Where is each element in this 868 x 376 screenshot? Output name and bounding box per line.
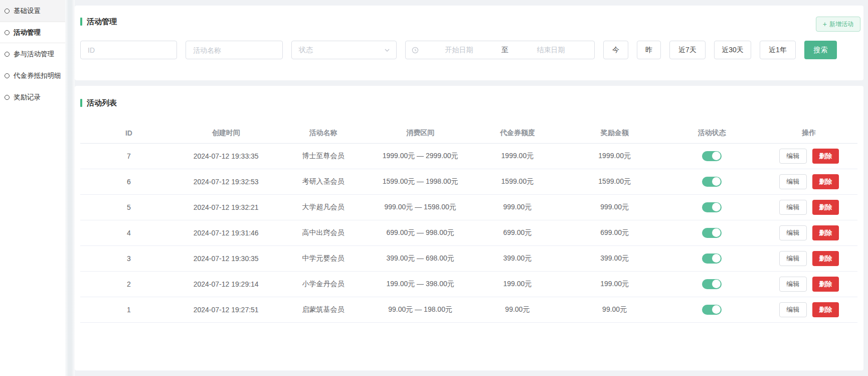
circle-outline-icon	[5, 95, 10, 100]
col-header-reward: 奖励金额	[566, 123, 663, 143]
col-header-status: 活动状态	[663, 123, 761, 143]
cell-voucher: 699.00元	[469, 220, 566, 245]
delete-button[interactable]: 删除	[812, 174, 839, 189]
sidebar-item-reward-records[interactable]: 奖励记录	[0, 86, 65, 108]
delete-button[interactable]: 删除	[812, 302, 839, 317]
quick-date-30days-button[interactable]: 近30天	[714, 41, 751, 59]
edit-button[interactable]: 编辑	[779, 174, 807, 189]
toggle-knob	[712, 254, 721, 263]
delete-button[interactable]: 删除	[812, 277, 839, 292]
cell-name: 大学超凡会员	[275, 194, 372, 220]
table-row: 1 2024-07-12 19:27:51 启蒙筑基会员 99.00元 — 19…	[80, 297, 857, 322]
id-input[interactable]	[80, 41, 177, 59]
toggle-knob	[712, 228, 721, 237]
quick-date-7days-button[interactable]: 近7天	[669, 41, 706, 59]
col-header-range: 消费区间	[372, 123, 469, 143]
sidebar-content-divider	[65, 0, 75, 376]
cell-id: 3	[80, 245, 178, 271]
cell-name: 中学元婴会员	[275, 245, 372, 271]
sidebar-item-label: 代金券抵扣明细	[14, 71, 61, 80]
cell-id: 5	[80, 194, 178, 220]
circle-outline-icon	[5, 73, 10, 78]
status-select[interactable]: 状态	[291, 41, 397, 59]
activity-name-input[interactable]	[186, 41, 283, 59]
cell-name: 启蒙筑基会员	[275, 297, 372, 322]
table-row: 3 2024-07-12 19:30:35 中学元婴会员 399.00元 — 6…	[80, 245, 857, 271]
status-toggle[interactable]	[702, 305, 722, 315]
col-header-created: 创建时间	[178, 123, 275, 143]
toggle-knob	[712, 280, 721, 288]
sidebar-item-label: 奖励记录	[14, 93, 41, 102]
cell-id: 4	[80, 220, 178, 245]
status-select-placeholder: 状态	[299, 46, 313, 55]
status-toggle[interactable]	[702, 228, 722, 238]
sidebar-item-activity-management[interactable]: 活动管理	[0, 22, 65, 43]
activity-table: ID 创建时间 活动名称 消费区间 代金券额度 奖励金额 活动状态 操作 7 2…	[80, 123, 857, 323]
cell-voucher: 1999.00元	[469, 143, 566, 169]
quick-date-today-button[interactable]: 今	[603, 41, 628, 59]
cell-range: 99.00元 — 198.00元	[372, 297, 469, 322]
table-row: 6 2024-07-12 19:32:53 考研入圣会员 1599.00元 — …	[80, 169, 857, 194]
cell-created: 2024-07-12 19:33:35	[178, 143, 275, 169]
search-button[interactable]: 搜索	[804, 41, 837, 59]
status-toggle[interactable]	[702, 279, 722, 289]
table-row: 5 2024-07-12 19:32:21 大学超凡会员 999.00元 — 1…	[80, 194, 857, 220]
sidebar-item-participation-management[interactable]: 参与活动管理	[0, 43, 65, 65]
edit-button[interactable]: 编辑	[779, 251, 807, 266]
sidebar-item-basic-settings[interactable]: 基础设置	[0, 0, 65, 22]
cell-reward: 1599.00元	[566, 169, 663, 194]
table-row: 4 2024-07-12 19:31:46 高中出窍会员 699.00元 — 9…	[80, 220, 857, 245]
delete-button[interactable]: 删除	[812, 149, 839, 164]
cell-voucher: 999.00元	[469, 194, 566, 220]
edit-button[interactable]: 编辑	[779, 302, 807, 317]
add-activity-button[interactable]: + 新增活动	[816, 17, 860, 32]
table-card-title: 活动列表	[80, 98, 858, 108]
table-header-row: ID 创建时间 活动名称 消费区间 代金券额度 奖励金额 活动状态 操作	[80, 123, 857, 143]
col-header-voucher: 代金券额度	[469, 123, 566, 143]
status-toggle[interactable]	[702, 177, 722, 187]
cell-range: 699.00元 — 998.00元	[372, 220, 469, 245]
cell-id: 1	[80, 297, 178, 322]
cell-range: 399.00元 — 698.00元	[372, 245, 469, 271]
cell-name: 博士至尊会员	[275, 143, 372, 169]
col-header-actions: 操作	[760, 123, 857, 143]
cell-created: 2024-07-12 19:27:51	[178, 297, 275, 322]
cell-voucher: 399.00元	[469, 245, 566, 271]
delete-button[interactable]: 删除	[812, 251, 839, 266]
cell-reward: 399.00元	[566, 245, 663, 271]
delete-button[interactable]: 删除	[812, 225, 839, 240]
cell-name: 高中出窍会员	[275, 220, 372, 245]
date-separator: 至	[499, 46, 510, 55]
page-title: 活动管理	[87, 17, 117, 27]
cell-range: 1599.00元 — 1998.00元	[372, 169, 469, 194]
sidebar-item-voucher-deduction-detail[interactable]: 代金券抵扣明细	[0, 65, 65, 86]
edit-button[interactable]: 编辑	[779, 149, 807, 164]
status-toggle[interactable]	[702, 151, 722, 161]
cell-created: 2024-07-12 19:31:46	[178, 220, 275, 245]
circle-outline-icon	[5, 30, 10, 35]
status-toggle[interactable]	[702, 254, 722, 264]
table-row: 7 2024-07-12 19:33:35 博士至尊会员 1999.00元 — …	[80, 143, 857, 169]
quick-date-1year-button[interactable]: 近1年	[760, 41, 796, 59]
quick-date-yesterday-button[interactable]: 昨	[637, 41, 661, 59]
date-range-picker[interactable]: 开始日期 至 结束日期	[405, 41, 595, 59]
main-content: 活动管理 + 新增活动 状态 开始日期 至 结束日期	[75, 0, 868, 376]
chevron-down-icon	[384, 47, 390, 53]
edit-button[interactable]: 编辑	[779, 225, 807, 240]
edit-button[interactable]: 编辑	[779, 277, 807, 292]
list-title: 活动列表	[87, 98, 117, 108]
sidebar-item-label: 活动管理	[14, 28, 41, 37]
section-accent-bar	[80, 99, 82, 107]
sidebar: 基础设置 活动管理 参与活动管理 代金券抵扣明细 奖励记录	[0, 0, 65, 376]
cell-voucher: 1599.00元	[469, 169, 566, 194]
status-toggle[interactable]	[702, 202, 722, 212]
sidebar-item-label: 参与活动管理	[14, 50, 54, 59]
delete-button[interactable]: 删除	[812, 200, 839, 215]
circle-outline-icon	[5, 52, 10, 57]
table-row: 2 2024-07-12 19:29:14 小学金丹会员 199.00元 — 3…	[80, 271, 857, 297]
cell-created: 2024-07-12 19:29:14	[178, 271, 275, 297]
cell-voucher: 99.00元	[469, 297, 566, 322]
edit-button[interactable]: 编辑	[779, 200, 807, 215]
cell-range: 199.00元 — 398.00元	[372, 271, 469, 297]
cell-created: 2024-07-12 19:30:35	[178, 245, 275, 271]
